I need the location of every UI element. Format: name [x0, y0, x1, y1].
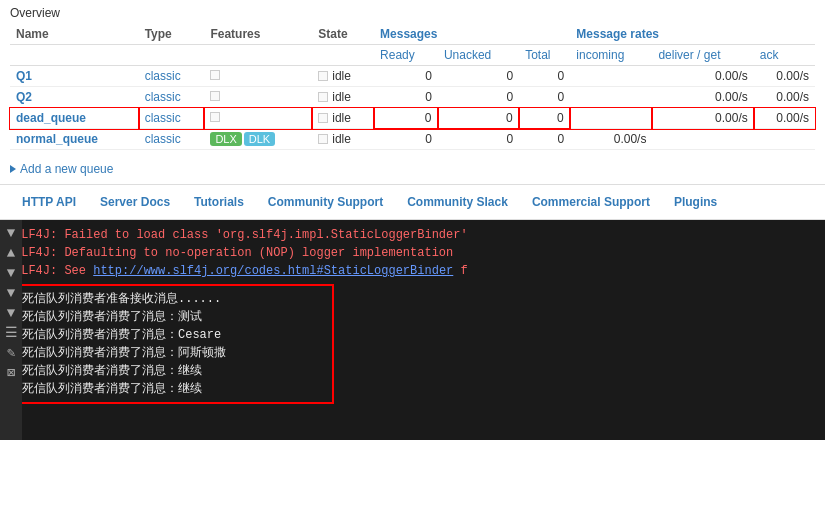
log-line-2: SLF4J: Defaulting to no-operation (NOP) …: [14, 244, 775, 262]
queue-incoming: [570, 66, 652, 87]
col-total: Total: [519, 45, 570, 66]
nav-item-server-docs[interactable]: Server Docs: [88, 187, 182, 217]
queue-deliver-get: 0.00/s: [652, 108, 753, 129]
col-incoming: incoming: [570, 45, 652, 66]
highlighted-log-line: 死信队列消费者消费了消息：Cesare: [22, 326, 326, 344]
menu-btn[interactable]: ☰: [3, 324, 20, 342]
col-name-sub: [10, 45, 139, 66]
col-name: Name: [10, 24, 139, 45]
terminal-inner: SLF4J: Failed to load class 'org.slf4j.i…: [0, 220, 825, 440]
col-type: Type: [139, 24, 205, 45]
state-text: idle: [332, 90, 351, 104]
col-state-sub: [312, 45, 374, 66]
queue-unacked: 0: [438, 66, 519, 87]
queue-ready: 0: [374, 87, 438, 108]
close-btn[interactable]: ⊠: [5, 364, 17, 382]
terminal-section: ▼ ▲ ▼ ▼ ▼ ☰ ✎ ⊠ SLF4J: Failed to load cl…: [0, 220, 825, 440]
queue-ready: 0: [374, 66, 438, 87]
col-unacked: Unacked: [438, 45, 519, 66]
queue-type: classic: [139, 129, 205, 150]
queue-features: [204, 108, 312, 129]
log-link[interactable]: http://www.slf4j.org/codes.html#StaticLo…: [93, 264, 453, 278]
state-indicator: [318, 113, 328, 123]
feature-badge-dlx: DLX: [210, 132, 241, 146]
feature-box: [210, 70, 220, 80]
queue-incoming: 0.00/s: [570, 129, 652, 150]
queue-type: classic: [139, 66, 205, 87]
queue-state: idle: [312, 129, 374, 150]
table-row: dead_queueclassicidle0000.00/s0.00/s: [10, 108, 815, 129]
add-queue-row[interactable]: Add a new queue: [0, 154, 825, 184]
queue-name[interactable]: Q1: [10, 66, 139, 87]
col-messages-group: Messages: [374, 24, 570, 45]
col-deliver-get: deliver / get: [652, 45, 753, 66]
queue-total: 0: [519, 108, 570, 129]
table-row: normal_queueclassicDLXDLKidle0000.00/s: [10, 129, 815, 150]
scroll-up-btn[interactable]: ▲: [5, 244, 17, 262]
queue-ready: 0: [374, 108, 438, 129]
queue-total: 0: [519, 87, 570, 108]
queue-unacked: 0: [438, 129, 519, 150]
state-indicator: [318, 134, 328, 144]
queue-ready: 0: [374, 129, 438, 150]
overview-section: Overview Name Type Features State Messag…: [0, 0, 825, 154]
col-type-sub: [139, 45, 205, 66]
highlighted-log-line: 死信队列消费者消费了消息：阿斯顿撒: [22, 344, 326, 362]
col-rates-group: Message rates: [570, 24, 815, 45]
highlighted-log-line: 死信队列消费者消费了消息：测试: [22, 308, 326, 326]
ctrl3-btn[interactable]: ▼: [5, 284, 17, 302]
edit-btn[interactable]: ✎: [5, 344, 17, 362]
ctrl4-btn[interactable]: ▼: [5, 304, 17, 322]
scroll-down2-btn[interactable]: ▼: [5, 264, 17, 282]
queue-deliver-get: 0.00/s: [652, 66, 753, 87]
nav-item-plugins[interactable]: Plugins: [662, 187, 729, 217]
nav-item-community-slack[interactable]: Community Slack: [395, 187, 520, 217]
queue-deliver-get: 0.00/s: [652, 87, 753, 108]
queue-incoming: [570, 108, 652, 129]
add-queue-label[interactable]: Add a new queue: [20, 162, 113, 176]
nav-item-community-support[interactable]: Community Support: [256, 187, 395, 217]
queue-state: idle: [312, 66, 374, 87]
nav-item-http-api[interactable]: HTTP API: [10, 187, 88, 217]
queue-name[interactable]: dead_queue: [10, 108, 139, 129]
log-line-1: SLF4J: Failed to load class 'org.slf4j.i…: [14, 226, 775, 244]
queue-name[interactable]: normal_queue: [10, 129, 139, 150]
queue-total: 0: [519, 66, 570, 87]
col-ready: Ready: [374, 45, 438, 66]
queue-ack: 0.00/s: [754, 108, 815, 129]
highlighted-log-line: 死信队列消费者准备接收消息......: [22, 290, 326, 308]
queue-table: Name Type Features State Messages Messag…: [10, 24, 815, 150]
col-features: Features: [204, 24, 312, 45]
queue-ack: 0.00/s: [754, 87, 815, 108]
queue-total: 0: [519, 129, 570, 150]
queue-unacked: 0: [438, 108, 519, 129]
col-features-sub: [204, 45, 312, 66]
feature-badge-dlk: DLK: [244, 132, 275, 146]
queue-unacked: 0: [438, 87, 519, 108]
nav-item-tutorials[interactable]: Tutorials: [182, 187, 256, 217]
table-row: Q2classicidle0000.00/s0.00/s: [10, 87, 815, 108]
terminal-controls: ▼ ▲ ▼ ▼ ▼ ☰ ✎ ⊠: [0, 220, 22, 440]
overview-title: Overview: [10, 6, 815, 20]
highlighted-block: 死信队列消费者准备接收消息......死信队列消费者消费了消息：测试死信队列消费…: [14, 284, 334, 404]
table-row: Q1classicidle0000.00/s0.00/s: [10, 66, 815, 87]
state-text: idle: [332, 132, 351, 146]
queue-state: idle: [312, 108, 374, 129]
queue-deliver-get: [652, 129, 753, 150]
queue-type: classic: [139, 87, 205, 108]
queue-type: classic: [139, 108, 205, 129]
arrow-icon: [10, 165, 16, 173]
state-text: idle: [332, 111, 351, 125]
queue-ack: 0.00/s: [754, 66, 815, 87]
feature-box: [210, 112, 220, 122]
scroll-down-btn[interactable]: ▼: [5, 224, 17, 242]
queue-features: DLXDLK: [204, 129, 312, 150]
state-text: idle: [332, 69, 351, 83]
col-ack: ack: [754, 45, 815, 66]
queue-state: idle: [312, 87, 374, 108]
queue-name[interactable]: Q2: [10, 87, 139, 108]
nav-item-commercial-support[interactable]: Commercial Support: [520, 187, 662, 217]
state-indicator: [318, 71, 328, 81]
queue-features: [204, 66, 312, 87]
highlighted-log-line: 死信队列消费者消费了消息：继续: [22, 380, 326, 398]
